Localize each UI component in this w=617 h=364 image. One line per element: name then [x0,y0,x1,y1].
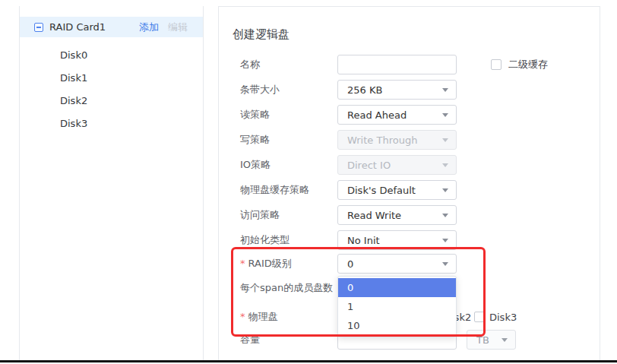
field-disk-cache-policy: 物理盘缓存策略 Disk's Default [219,180,600,200]
field-raid-level: *RAID级别 0 [219,254,600,274]
select-value: Read Ahead [347,109,442,121]
select-value: Direct IO [347,160,442,171]
select-value: Disk's Default [347,185,442,196]
bottom-border-line [0,360,617,362]
stripe-size-select[interactable]: 256 KB [337,80,457,100]
init-type-label: 初始化类型 [240,230,290,250]
raid-level-option-0[interactable]: 0 [338,278,456,297]
create-logical-disk-panel: 创建逻辑盘 名称 二级缓存 条带大小 256 KB 读策略 Read Ahead [218,6,600,360]
chevron-down-icon [442,113,448,117]
physical-disks-label-text: 物理盘 [248,311,278,322]
required-star: * [240,311,245,322]
physical-disks-label: *物理盘 [240,307,278,327]
chevron-down-icon [442,239,448,242]
raid-tree-sidebar: RAID Card1 添加 编辑 Disk0 Disk1 Disk2 Disk3 [19,6,204,360]
field-access-policy: 访问策略 Read Write [219,205,600,225]
disk3-checkbox[interactable] [474,312,485,322]
span-members-label: 每个span的成员盘数 [240,278,333,298]
select-value: 0 [347,258,442,270]
sidebar-item-disk1[interactable]: Disk1 [20,67,203,90]
edit-link: 编辑 [168,21,188,34]
secondary-cache-label: 二级缓存 [508,55,548,74]
stripe-size-label: 条带大小 [240,80,280,100]
name-label: 名称 [240,55,260,74]
sidebar-item-disk3[interactable]: Disk3 [20,112,203,135]
field-read-policy: 读策略 Read Ahead [219,105,600,125]
sidebar-item-disk2[interactable]: Disk2 [20,90,203,112]
access-policy-select[interactable]: Read Write [337,205,457,225]
field-stripe-size: 条带大小 256 KB [219,80,600,100]
raid-level-select[interactable]: 0 [337,254,457,274]
chevron-down-icon [442,188,448,192]
capacity-unit-select[interactable]: TB [467,330,516,350]
chevron-down-icon [442,88,448,92]
disk-cache-policy-label: 物理盘缓存策略 [240,180,309,200]
field-name: 名称 二级缓存 [219,55,600,74]
select-value: Read Write [347,210,442,221]
chevron-down-icon [442,138,448,142]
read-policy-label: 读策略 [240,105,270,125]
write-policy-select: Write Through [337,130,457,150]
page-title: 创建逻辑盘 [233,27,290,42]
select-value: No Init [347,235,442,246]
raid-level-option-1[interactable]: 1 [338,297,456,316]
chevron-down-icon [442,214,448,217]
field-io-policy: IO策略 Direct IO [219,155,600,175]
read-policy-select[interactable]: Read Ahead [337,105,457,125]
disk3-option: Disk3 [474,312,520,323]
io-policy-select: Direct IO [337,155,457,175]
init-type-select[interactable]: No Init [337,230,457,250]
raid-level-option-10[interactable]: 10 [338,316,456,335]
secondary-cache-checkbox[interactable] [491,59,502,70]
raid-level-dropdown: 0 1 10 [337,276,457,337]
select-value: 256 KB [347,84,442,96]
sidebar-item-disk0[interactable]: Disk0 [20,44,203,67]
add-link[interactable]: 添加 [139,21,159,34]
select-value: TB [476,334,502,346]
collapse-minus-icon[interactable] [34,23,43,32]
raid-level-label: *RAID级别 [240,254,292,274]
access-policy-label: 访问策略 [240,205,280,225]
raid-level-label-text: RAID级别 [248,258,292,269]
required-star: * [240,258,245,269]
raid-card-label: RAID Card1 [49,21,130,33]
io-policy-label: IO策略 [240,155,271,175]
field-write-policy: 写策略 Write Through [219,130,600,150]
chevron-down-icon [442,262,448,266]
chevron-down-icon [442,163,448,167]
capacity-label: 容量 [240,330,260,350]
field-init-type: 初始化类型 No Init [219,230,600,250]
raid-card-node[interactable]: RAID Card1 添加 编辑 [20,17,203,37]
disk3-label: Disk3 [489,312,517,323]
name-input[interactable] [337,55,457,74]
select-value: Write Through [347,135,442,146]
chevron-down-icon [502,338,508,342]
write-policy-label: 写策略 [240,130,270,150]
disk-cache-policy-select[interactable]: Disk's Default [337,180,457,200]
raid-config-page: RAID Card1 添加 编辑 Disk0 Disk1 Disk2 Disk3… [0,0,617,364]
